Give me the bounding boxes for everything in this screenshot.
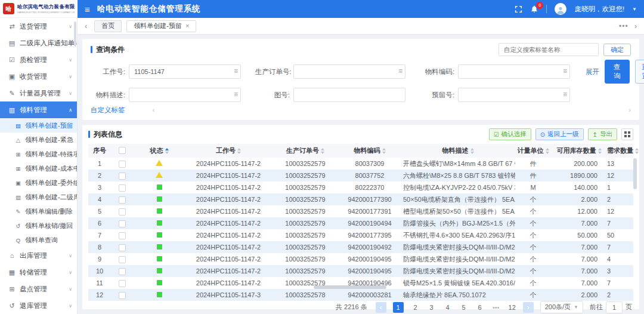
tab-active[interactable]: 领料单创建-预留 ×: [126, 20, 196, 32]
goto-page-input[interactable]: [606, 301, 623, 313]
next-page-button[interactable]: ›: [523, 302, 534, 313]
user-menu-caret-icon[interactable]: ▼: [632, 7, 637, 12]
reset-button[interactable]: 重置: [635, 60, 644, 84]
row-checkbox[interactable]: [119, 268, 126, 275]
page-button[interactable]: 12: [508, 304, 516, 311]
confirm-select-button[interactable]: ☑确认选择: [489, 128, 531, 140]
field-list-icon[interactable]: ≡: [563, 90, 567, 98]
sidebar-subitem-create-cost-center[interactable]: ⊞领料单创建-成本中心: [0, 161, 77, 176]
page-button[interactable]: 4: [444, 304, 452, 311]
sidebar-item-quality-inspect[interactable]: ☑质检管理∨: [0, 51, 77, 68]
row-checkbox[interactable]: [119, 280, 126, 287]
export-button[interactable]: ↥导出: [588, 128, 617, 140]
page-button[interactable]: 1: [393, 302, 404, 313]
fullscreen-icon[interactable]: [515, 5, 522, 13]
tab-more-icon[interactable]: •••: [619, 22, 628, 30]
back-up-level-button[interactable]: ⊙返回上一级: [535, 128, 584, 140]
sidebar-subitem-create-secondary-store[interactable]: ▥领料单创建-二级库: [0, 190, 77, 204]
custom-tag-name-input[interactable]: [499, 43, 599, 56]
sidebar-scrollbar[interactable]: [74, 21, 76, 47]
table-row[interactable]: 12024HPC1105-1147-21000325257980037309开槽…: [88, 158, 633, 170]
row-checkbox[interactable]: [119, 232, 126, 239]
column-settings-icon[interactable]: [621, 128, 633, 140]
work-no-input[interactable]: [129, 64, 241, 79]
search-button[interactable]: 查询: [605, 60, 630, 84]
row-checkbox[interactable]: [119, 161, 126, 168]
cell-stock-qty: 7.000: [551, 241, 607, 253]
table-row[interactable]: 82024HPC1105-1147-2100032525799420001904…: [88, 241, 633, 253]
row-checkbox[interactable]: [119, 220, 126, 227]
tab-close-icon[interactable]: ×: [185, 23, 189, 29]
sidebar-subitem-create-special-project[interactable]: ⊞领料单创建-特殊项目: [0, 147, 77, 161]
table-row[interactable]: 122024HPC1105-1147-310003252578942000003…: [88, 289, 633, 301]
sidebar-subitem-create-reserve[interactable]: ▤领料单创建-预留: [0, 118, 77, 133]
sidebar-item-return-store[interactable]: ↺退库管理∨: [0, 297, 77, 314]
sort-icon[interactable]: [635, 146, 639, 156]
page-button[interactable]: 6: [476, 304, 484, 311]
sidebar-collapse-icon[interactable]: ≡: [85, 5, 90, 14]
table-row[interactable]: 22024HPC1105-1147-21000325257980037752六角…: [88, 170, 633, 181]
sort-icon[interactable]: [470, 146, 474, 156]
row-checkbox[interactable]: [119, 173, 126, 180]
tab-back-icon[interactable]: ‹: [85, 21, 87, 30]
row-checkbox[interactable]: [119, 292, 126, 299]
sort-icon[interactable]: [546, 146, 549, 156]
field-list-icon[interactable]: ≡: [234, 90, 238, 98]
table-row[interactable]: 62024HPC1105-1147-2100032525799420001904…: [88, 217, 633, 229]
horizontal-scrollbar[interactable]: [314, 285, 386, 289]
tab-forward-icon[interactable]: ›: [634, 21, 637, 30]
tab-home[interactable]: 首页: [94, 20, 122, 32]
user-avatar[interactable]: [555, 3, 566, 15]
sidebar-item-measuring-tools[interactable]: ✎计量器具管理∨: [0, 85, 77, 101]
sort-icon[interactable]: [321, 146, 324, 156]
confirm-tag-button[interactable]: 确定: [603, 44, 631, 56]
sidebar-subitem-query[interactable]: Q领料单查询: [0, 233, 77, 247]
table-row[interactable]: 92024HPC1105-1147-2100032525799420001904…: [88, 253, 633, 265]
drawing-no-input[interactable]: [293, 88, 405, 102]
sidebar-item-outbound[interactable]: ⌂出库管理∨: [0, 247, 77, 264]
table-row[interactable]: 102024HPC1105-1147-210003252579942000190…: [88, 265, 633, 277]
prev-page-button[interactable]: ‹: [376, 302, 386, 313]
select-all-checkbox[interactable]: [119, 147, 126, 154]
row-checkbox[interactable]: [119, 184, 126, 192]
sidebar-item-material-requisition[interactable]: ▥领料管理∧: [0, 101, 77, 118]
sort-icon[interactable]: [165, 146, 169, 156]
table-row[interactable]: 72024HPC1105-1147-2100032525799420001773…: [88, 229, 633, 241]
row-checkbox[interactable]: [119, 208, 126, 216]
vertical-scrollbar[interactable]: [633, 158, 637, 189]
tag-prev-icon[interactable]: ‹: [153, 106, 155, 113]
row-checkbox[interactable]: [119, 196, 126, 204]
sidebar-item-delivery[interactable]: ⇄送货管理∨: [0, 18, 77, 35]
sidebar-subitem-create-outsource[interactable]: ▣领料单创建-委外组件: [0, 176, 77, 190]
table-row[interactable]: 32024HPC1105-1147-21000325257980222370控制…: [88, 181, 633, 193]
sidebar-subitem-edit-delete[interactable]: ✎领料单编辑/删除: [0, 204, 77, 218]
notification-bell-icon[interactable]: 0: [530, 5, 538, 13]
sort-icon[interactable]: [598, 146, 602, 156]
page-size-select[interactable]: 200条/页 ▼: [540, 301, 583, 313]
production-order-input[interactable]: [293, 64, 405, 79]
sort-icon[interactable]: [382, 146, 386, 156]
row-checkbox[interactable]: [119, 256, 126, 263]
row-checkbox[interactable]: [119, 244, 126, 251]
field-list-icon[interactable]: ≡: [398, 67, 402, 75]
sidebar-item-receiving[interactable]: ▣收货管理∨: [0, 68, 77, 85]
table-row[interactable]: 52024HPC1105-1147-2100032525799420001773…: [88, 205, 633, 217]
custom-tag-link[interactable]: 自定义标签: [91, 106, 125, 115]
sort-icon[interactable]: [237, 146, 241, 156]
field-list-icon[interactable]: ≡: [234, 67, 238, 75]
sidebar-item-stocktake[interactable]: ⊞盘点管理∨: [0, 281, 77, 297]
field-list-icon[interactable]: ≡: [563, 67, 567, 75]
sidebar-item-transfer[interactable]: ▦转储管理∨: [0, 264, 77, 281]
sidebar-item-secondary-inbound-notice[interactable]: ▤二级库入库通知单∨: [0, 35, 77, 51]
sidebar-subitem-create-urgent[interactable]: △领料单创建-紧急: [0, 133, 77, 147]
material-desc-input[interactable]: [129, 88, 241, 102]
material-code-input[interactable]: [458, 64, 570, 79]
expand-link[interactable]: 展开: [586, 67, 599, 76]
table-row[interactable]: 42024HPC1105-1147-2100032525799420001773…: [88, 193, 633, 205]
tag-next-icon[interactable]: ›: [628, 106, 631, 113]
page-button[interactable]: 5: [460, 304, 468, 311]
page-button[interactable]: 2: [411, 304, 420, 311]
page-button[interactable]: 3: [428, 304, 436, 311]
sidebar-subitem-writeoff-recall[interactable]: ↺领料单核销/撤回: [0, 218, 77, 233]
reserve-no-input[interactable]: [458, 88, 570, 102]
